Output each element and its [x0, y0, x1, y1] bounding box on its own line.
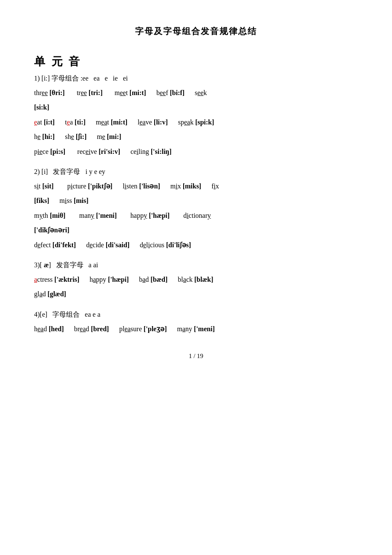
line-ae-1: actress ['æktris] happy ['hæpi] bad [bæd…: [34, 273, 358, 286]
subsection-e: 4)[e] 字母组合 ea e a head [hed] bread [bred…: [34, 310, 358, 335]
page-title: 字母及字母组合发音规律总结: [34, 26, 358, 37]
subsection-title-i: 2) [i] 发音字母 i y e ey: [34, 168, 358, 176]
line-1b: [si:k]: [34, 101, 358, 114]
section-single-vowel: 单 元 音 1) [i:] 字母组合 :ee ea e ie ei three …: [34, 54, 358, 335]
line-i-5: defect [di'fekt] decide [di'said] delici…: [34, 239, 358, 251]
line-i-4: ['dikʃənəri]: [34, 224, 358, 237]
subsection-ae: 3)[ æ] 发音字母 a ai actress ['æktris] happy…: [34, 261, 358, 301]
main-content: 单 元 音 1) [i:] 字母组合 :ee ea e ie ei three …: [34, 54, 358, 335]
subsection-title-ii: 1) [i:] 字母组合 :ee ea e ie ei: [34, 74, 358, 83]
section-heading: 单 元 音: [34, 54, 358, 69]
line-i-1: sit [sit] picture ['piktʃə] listen ['lis…: [34, 180, 358, 193]
line-ae-2: glad [glæd]: [34, 288, 358, 301]
line-i-2: [fiks] miss [mis]: [34, 194, 358, 207]
line-2: eat [i:t] tea [ti:] meat [mi:t] leave [l…: [34, 116, 358, 129]
subsection-i: 2) [i] 发音字母 i y e ey sit [sit] picture […: [34, 168, 358, 251]
page-number: 1 / 19: [34, 353, 358, 360]
line-1: three [θri:] tree [tri:] meet [mi:t] bee…: [34, 87, 358, 99]
line-i-3: myth [miθ] many ['meni] happy ['hæpi] di…: [34, 209, 358, 222]
subsection-title-e: 4)[e] 字母组合 ea e a: [34, 310, 358, 319]
line-e-1: head [hed] bread [bred] pleasure ['pleʒə…: [34, 323, 358, 335]
subsection-ii: 1) [i:] 字母组合 :ee ea e ie ei three [θri:]…: [34, 74, 358, 158]
subsection-title-ae: 3)[ æ] 发音字母 a ai: [34, 261, 358, 270]
line-4: piece [pi:s] receive [ri'si:v] ceiling […: [34, 145, 358, 158]
line-3: he [hi:] she [ʃi:] me [mi:]: [34, 130, 358, 143]
